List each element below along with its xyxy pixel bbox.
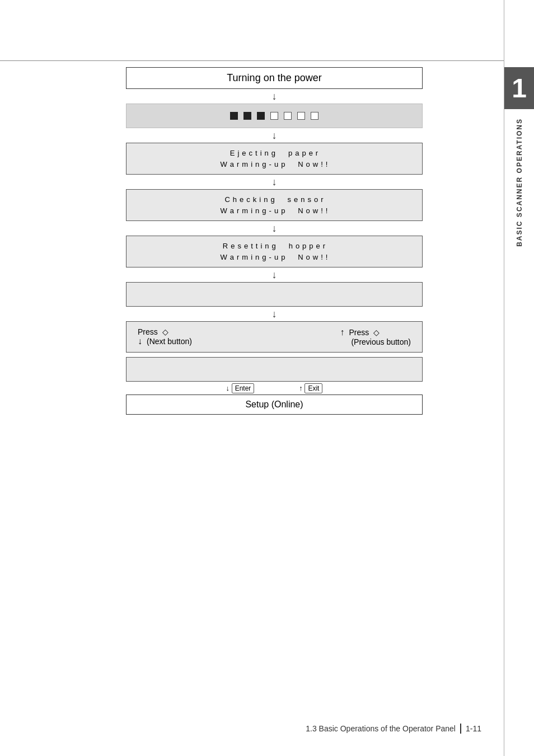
title-box: Turning on the power bbox=[126, 67, 423, 89]
setup-text: Setup (Online) bbox=[245, 400, 303, 409]
diamond-next: ◇ bbox=[162, 327, 168, 336]
next-button-label: (Next button) bbox=[147, 337, 192, 346]
footer-page: 1-11 bbox=[466, 724, 481, 733]
sidebar-number: 1 bbox=[504, 67, 535, 109]
arrow-4: ↓ bbox=[272, 223, 277, 233]
title-text: Turning on the power bbox=[227, 72, 321, 83]
arrow-1: ↓ bbox=[272, 91, 277, 101]
arrow-2: ↓ bbox=[272, 130, 277, 140]
checking-box: Checking sensor Warming-up Now!! bbox=[126, 189, 423, 221]
nav-box: Press ◇ ↓ (Next button) ↑ Press ◇ bbox=[126, 321, 423, 353]
arrow-down-next: ↓ bbox=[138, 336, 142, 346]
press-prev-label: Press bbox=[349, 328, 369, 337]
sq4 bbox=[270, 112, 278, 120]
ejecting-box: Ejecting paper Warming-up Now!! bbox=[126, 143, 423, 175]
sidebar: 1 BASIC SCANNER OPERATIONS bbox=[504, 0, 534, 756]
arrow-5: ↓ bbox=[272, 270, 277, 280]
exit-key: Exit bbox=[305, 383, 322, 393]
footer-divider bbox=[460, 724, 461, 734]
press-prev-row: ↑ Press ◇ bbox=[340, 327, 380, 337]
flowchart: Turning on the power ↓ ↓ Ejecting paper … bbox=[73, 67, 476, 415]
ejecting-row1: Ejecting paper bbox=[135, 148, 413, 159]
next-button-row: ↓ (Next button) bbox=[138, 336, 192, 346]
resetting-row2: Warming-up Now!! bbox=[135, 252, 413, 263]
arrow-up-exit: ↑ bbox=[299, 384, 303, 392]
sq2 bbox=[243, 112, 251, 120]
gray-box-1 bbox=[126, 282, 423, 307]
press-next-row: Press ◇ bbox=[138, 327, 168, 336]
footer-text: 1.3 Basic Operations of the Operator Pan… bbox=[306, 724, 456, 733]
main-content: Turning on the power ↓ ↓ Ejecting paper … bbox=[73, 67, 476, 415]
diamond-prev: ◇ bbox=[373, 328, 380, 337]
press-next-label: Press bbox=[138, 327, 158, 336]
footer: 1.3 Basic Operations of the Operator Pan… bbox=[0, 724, 504, 734]
arrow-down-enter: ↓ bbox=[226, 384, 230, 392]
arrow-6: ↓ bbox=[272, 309, 277, 319]
arrow-up-prev: ↑ bbox=[340, 327, 344, 337]
sq6 bbox=[297, 112, 305, 120]
prev-button-row: (Previous button) bbox=[340, 337, 411, 346]
exit-section: ↑ Exit bbox=[299, 384, 322, 392]
arrow-3: ↓ bbox=[272, 177, 277, 187]
sq3 bbox=[257, 112, 265, 120]
ejecting-row2: Warming-up Now!! bbox=[135, 159, 413, 170]
sq7 bbox=[311, 112, 318, 120]
checking-row1: Checking sensor bbox=[135, 194, 413, 205]
top-rule bbox=[0, 60, 504, 61]
nav-col-right: ↑ Press ◇ (Previous button) bbox=[340, 327, 411, 346]
sq5 bbox=[284, 112, 292, 120]
nav-section: Press ◇ ↓ (Next button) ↑ Press ◇ bbox=[138, 327, 411, 346]
enter-key: Enter bbox=[232, 383, 255, 393]
enter-section: ↓ Enter bbox=[226, 384, 255, 392]
gray-box-3 bbox=[126, 357, 423, 382]
setup-box: Setup (Online) bbox=[126, 395, 423, 415]
resetting-row1: Resetting hopper bbox=[135, 241, 413, 252]
enter-exit-row: ↓ Enter ↑ Exit bbox=[126, 384, 423, 392]
sidebar-text: BASIC SCANNER OPERATIONS bbox=[516, 118, 523, 247]
nav-col-left: Press ◇ ↓ (Next button) bbox=[138, 327, 192, 346]
resetting-box: Resetting hopper Warming-up Now!! bbox=[126, 236, 423, 267]
checking-row2: Warming-up Now!! bbox=[135, 205, 413, 217]
progress-box bbox=[126, 104, 423, 128]
prev-button-label: (Previous button) bbox=[351, 337, 411, 346]
sq1 bbox=[230, 112, 238, 120]
